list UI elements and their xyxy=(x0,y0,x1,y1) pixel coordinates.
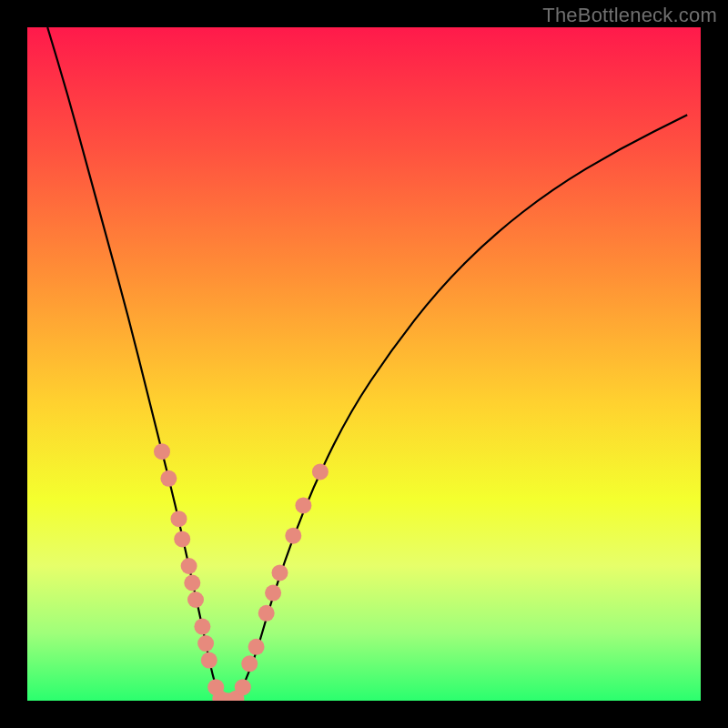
marker-dot xyxy=(187,592,204,608)
marker-dot xyxy=(285,528,301,544)
marker-dot xyxy=(174,531,190,547)
plot-area xyxy=(27,27,701,701)
marker-dot xyxy=(312,463,329,480)
watermark-label: TheBottleneck.com xyxy=(542,4,717,27)
marker-dot xyxy=(154,443,170,460)
marker-dot xyxy=(184,575,200,592)
marker-dot xyxy=(241,655,258,672)
marker-dot xyxy=(201,652,217,669)
marker-dot xyxy=(235,679,251,695)
chart-frame: TheBottleneck.com xyxy=(0,0,728,728)
marker-dot xyxy=(181,558,197,574)
marker-dot xyxy=(171,511,187,527)
marker-dot xyxy=(258,605,275,622)
gradient-background xyxy=(27,27,701,701)
chart-svg xyxy=(27,27,701,701)
marker-dot xyxy=(194,619,210,635)
marker-dot xyxy=(295,497,311,513)
marker-dot xyxy=(160,470,177,487)
marker-dot xyxy=(265,585,281,602)
marker-dot xyxy=(248,639,265,655)
marker-dot xyxy=(197,635,214,652)
marker-dot xyxy=(272,564,288,581)
